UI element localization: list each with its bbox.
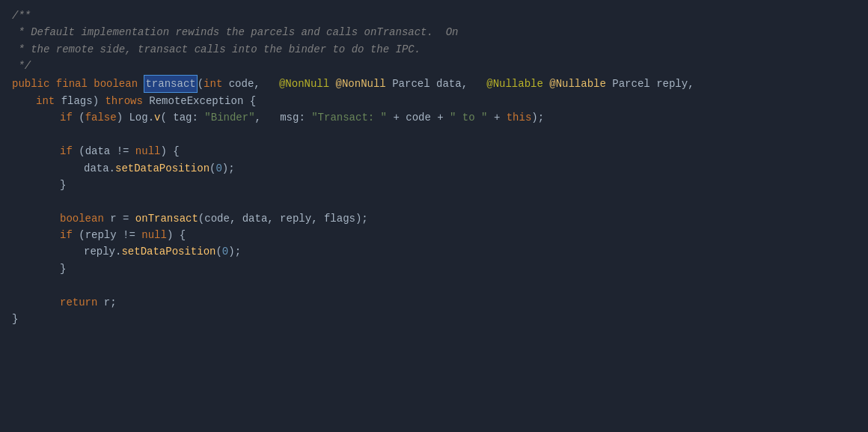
paren-close4: ) { — [160, 143, 179, 159]
num-0-reply: 0 — [222, 243, 228, 260]
space — [88, 76, 94, 92]
comment-text: * the remote side, transact calls into t… — [12, 41, 421, 58]
dot2: . — [109, 160, 115, 177]
string-transact: "Transact: " — [311, 109, 387, 126]
comment-text: /** — [12, 7, 31, 24]
space — [55, 93, 61, 109]
param-tag: tag — [173, 109, 192, 126]
space — [430, 76, 436, 92]
paren-open5: ( — [210, 160, 216, 177]
space — [386, 76, 392, 92]
param-reply: reply — [656, 76, 688, 92]
keyword-if-reply: if — [60, 227, 73, 243]
space — [222, 76, 228, 92]
var-reply2: reply — [280, 210, 311, 227]
var-data: data — [85, 143, 111, 159]
log-line: if ( false ) Log . v ( tag : "Binder" , … — [0, 109, 868, 126]
space — [543, 76, 549, 92]
space — [650, 76, 656, 92]
assign: = — [117, 210, 135, 227]
space7 — [500, 109, 506, 126]
class-remote-exception: RemoteException — [149, 93, 243, 109]
space — [138, 76, 144, 92]
keyword-this: this — [507, 109, 532, 126]
keyword-public: public — [12, 76, 49, 92]
var-data2: data — [84, 160, 109, 177]
method-name-highlight: transact — [144, 75, 197, 93]
brace-close2: } — [60, 261, 66, 277]
comma5: , — [311, 210, 324, 227]
brace-close1: } — [60, 177, 66, 193]
throws-line: int flags ) throws RemoteException { — [0, 93, 868, 109]
space9 — [129, 143, 135, 159]
dot3: . — [115, 243, 121, 260]
keyword-int2: int — [36, 93, 55, 109]
space11 — [117, 227, 123, 243]
class-parcel1: Parcel — [392, 76, 430, 92]
paren-close: ) — [93, 93, 106, 109]
set-reply-position-line: reply . setDataPosition ( 0 ); — [0, 243, 868, 260]
empty-line-2 — [0, 193, 868, 210]
string-binder: "Binder" — [204, 109, 254, 126]
keyword-if-data: if — [60, 143, 73, 159]
var-data3: data — [242, 210, 268, 227]
space — [606, 76, 612, 92]
keyword-boolean: boolean — [94, 76, 138, 92]
comma: , — [688, 76, 694, 92]
op-plus2: + — [437, 109, 443, 126]
comma: , — [462, 76, 487, 92]
paren-close5: ); — [222, 160, 235, 177]
space5 — [444, 109, 450, 126]
close-reply-brace: } — [0, 261, 868, 277]
paren-close2: ) — [117, 109, 129, 126]
space: ( — [73, 109, 85, 126]
paren-open: ( — [198, 76, 204, 92]
val-null1: null — [135, 143, 161, 159]
space12 — [135, 227, 141, 243]
annotation-nonnull1: @NonNull — [279, 76, 329, 92]
final-close-brace: } — [0, 311, 868, 327]
comment-line-1: /** — [0, 7, 868, 24]
var-flags: flags — [324, 210, 355, 227]
param-code: code — [229, 76, 254, 92]
method-on-transact: onTransact — [135, 210, 198, 227]
var-code: code — [406, 109, 431, 126]
annotation-nullable1: @Nullable — [486, 76, 543, 92]
comma2: , — [255, 109, 281, 126]
comma4: , — [267, 210, 280, 227]
keyword-final: final — [56, 76, 88, 92]
space3 — [400, 109, 406, 126]
set-data-position-line: data . setDataPosition ( 0 ); — [0, 160, 868, 177]
comment-line-2: * Default implementation rewinds the par… — [0, 24, 868, 40]
comment-text: */ — [12, 58, 31, 74]
paren-close3: ); — [531, 109, 544, 126]
keyword-int: int — [204, 76, 222, 92]
string-to: " to " — [450, 109, 487, 126]
keyword-if-false: if — [60, 109, 73, 126]
brace-close-final: } — [12, 311, 18, 327]
if-data-line: if ( data != null ) { — [0, 143, 868, 159]
class-parcel2: Parcel — [612, 76, 650, 92]
var-reply3: reply — [85, 227, 117, 243]
var-reply4: reply — [84, 243, 115, 260]
paren-open4: ( — [73, 143, 85, 159]
paren-open8: ( — [216, 243, 221, 260]
paren-close7: ) { — [167, 227, 186, 243]
param-msg: msg — [280, 109, 299, 126]
op-neq2: != — [123, 227, 135, 243]
op-plus1: + — [393, 109, 399, 126]
op-neq1: != — [117, 143, 129, 159]
colon: : — [192, 109, 205, 126]
annotation-nullable2: @Nullable — [549, 76, 606, 92]
comment-line-3: * the remote side, transact calls into t… — [0, 41, 868, 58]
var-r2: r — [104, 294, 110, 311]
param-data: data — [436, 76, 462, 92]
space13 — [97, 294, 103, 311]
space6 — [487, 109, 493, 126]
paren-close8: ); — [228, 243, 241, 260]
comment-line-4: */ — [0, 58, 868, 74]
space — [329, 76, 335, 92]
paren-open6: ( — [198, 210, 204, 227]
keyword-throws: throws — [105, 93, 142, 109]
close-data-brace: } — [0, 177, 868, 193]
